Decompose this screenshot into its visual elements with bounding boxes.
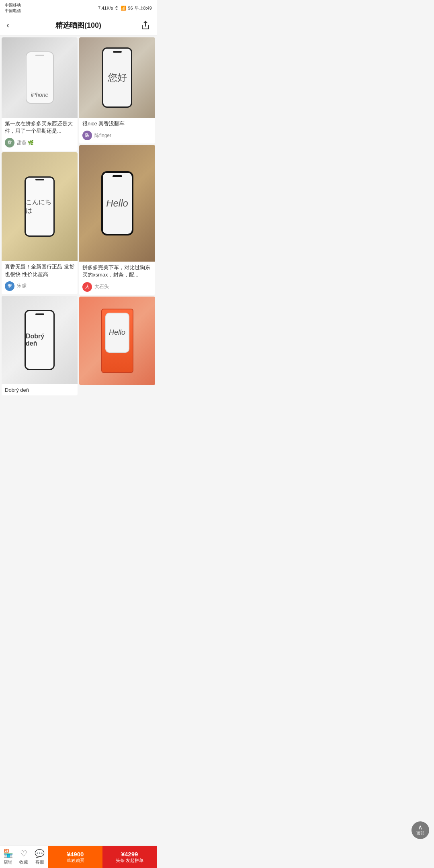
card-1-text: 第一次在拼多多买东西还是大件，用了一个星期还是...: [2, 118, 78, 136]
card-2-image: 您好: [79, 37, 155, 118]
signal-icon: 📶: [121, 6, 126, 11]
share-button[interactable]: [137, 20, 150, 30]
back-button[interactable]: ‹: [6, 20, 19, 31]
card-5-text: Dobrý deň: [2, 384, 78, 395]
card-1[interactable]: iPhone 第一次在拼多多买东西还是大件，用了一个星期还是... 甜 甜葵 🌿: [2, 37, 78, 151]
card-4[interactable]: Hello 拼多多完美下车，对比过狗东买的xsmax，封条，配... 大 大石头: [79, 145, 155, 295]
card-4-avatar: 大: [82, 282, 92, 292]
card-3-avatar: 宋: [5, 281, 14, 291]
timer-icon: ⏱: [115, 6, 119, 10]
grid-col-left: iPhone 第一次在拼多多买东西还是大件，用了一个星期还是... 甜 甜葵 🌿: [2, 37, 78, 395]
card-2-user: 陈 陈finger: [79, 129, 155, 143]
status-right: 7.41K/s ⏱ 📶 96 早上8:49: [98, 5, 152, 11]
card-1-image: iPhone: [2, 37, 78, 118]
card-2[interactable]: 您好 很nice 真香没翻车 陈 陈finger: [79, 37, 155, 143]
card-6[interactable]: Hello: [79, 297, 155, 385]
card-3[interactable]: こんにちは 真香无疑！全新国行正品 发货也很快 性价比超高 宋 宋朦: [2, 152, 78, 294]
card-2-username: 陈finger: [94, 132, 111, 139]
status-bar: 中国移动 中国电信 7.41K/s ⏱ 📶 96 早上8:49: [0, 0, 157, 15]
card-2-avatar: 陈: [82, 131, 92, 140]
card-4-user: 大 大石头: [79, 280, 155, 295]
grid-col-right: 您好 很nice 真香没翻车 陈 陈finger Hello 拼多多完美: [79, 37, 155, 395]
card-1-username: 甜葵 🌿: [17, 139, 34, 146]
card-5-image: Dobrý deň: [2, 296, 78, 384]
carrier-info: 中国移动 中国电信: [5, 2, 21, 14]
card-2-text: 很nice 真香没翻车: [79, 118, 155, 129]
card-6-image: Hello: [79, 297, 155, 385]
card-1-avatar: 甜: [5, 138, 14, 147]
card-3-image: こんにちは: [2, 152, 78, 261]
header: ‹ 精选晒图(100): [0, 15, 157, 36]
photo-grid: iPhone 第一次在拼多多买东西还是大件，用了一个星期还是... 甜 甜葵 🌿: [0, 36, 157, 397]
card-1-user: 甜 甜葵 🌿: [2, 136, 78, 151]
card-3-username: 宋朦: [17, 283, 27, 289]
card-4-text: 拼多多完美下车，对比过狗东买的xsmax，封条，配...: [79, 262, 155, 280]
card-4-username: 大石头: [94, 283, 109, 290]
share-icon: [141, 20, 150, 30]
card-3-user: 宋 宋朦: [2, 280, 78, 294]
card-5[interactable]: Dobrý deň Dobrý deň: [2, 296, 78, 395]
page-title: 精选晒图(100): [55, 20, 101, 30]
card-3-text: 真香无疑！全新国行正品 发货也很快 性价比超高: [2, 261, 78, 279]
card-4-image: Hello: [79, 145, 155, 262]
